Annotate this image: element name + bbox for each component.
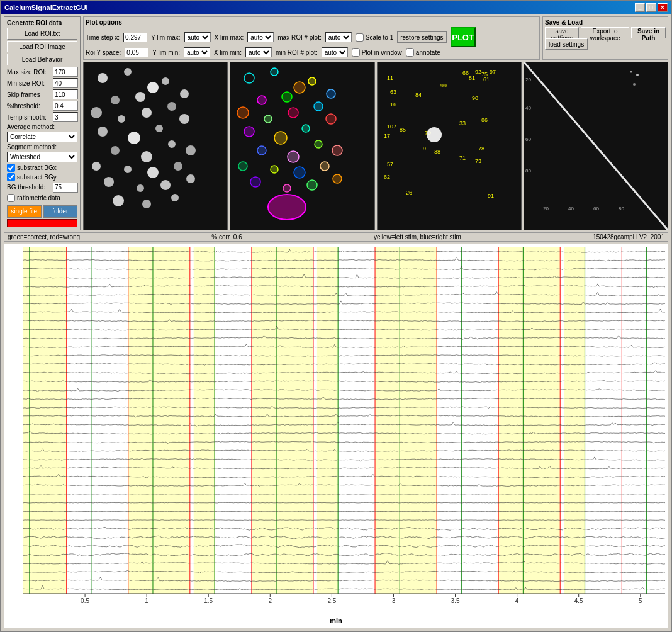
red-bar — [7, 219, 77, 227]
min-roi-plot-label: min ROI # plot: — [276, 49, 318, 56]
segment-method-label: Segment method: — [7, 144, 77, 150]
y-axis-60: 60 — [525, 137, 531, 142]
save-settings-button[interactable]: save settings — [545, 27, 579, 38]
substract-bgx-checkbox[interactable] — [7, 164, 15, 172]
svg-point-38 — [308, 77, 316, 85]
avg-method-select[interactable]: Correlate — [7, 132, 77, 142]
bg-threshold-label: BG threshold: — [7, 184, 51, 191]
svg-rect-61 — [378, 62, 521, 230]
plot-button[interactable]: PLOT — [451, 27, 476, 47]
load-behavior-button[interactable]: Load Behavior — [7, 54, 77, 65]
save-load-panel: Save & Load save settings Export to work… — [542, 16, 668, 60]
export-workspace-button[interactable]: Export to workspace — [581, 27, 629, 38]
temp-smooth-input[interactable] — [53, 112, 78, 122]
svg-point-35 — [294, 82, 305, 93]
max-size-roi-row: Max size ROI: — [7, 67, 77, 77]
y-axis-20: 20 — [525, 77, 531, 82]
right-main: Plot options Time step x: Y lim max: aut… — [83, 16, 668, 230]
substract-bgy-checkbox[interactable] — [7, 173, 15, 181]
svg-point-49 — [288, 151, 299, 162]
pct-corr-value: 0.6 — [233, 234, 242, 240]
svg-point-20 — [92, 162, 101, 171]
skip-frames-input[interactable] — [53, 89, 78, 99]
y-lim-max-label: Y lim max: — [151, 34, 181, 41]
y-axis-80: 80 — [525, 168, 531, 174]
pct-threshold-label: %threshold: — [7, 103, 51, 110]
y-lim-min-select[interactable]: auto — [184, 47, 210, 57]
correlation-matrix-svg: 20 40 60 80 20 40 60 80 — [524, 62, 668, 230]
svg-point-36 — [257, 96, 266, 104]
plot-in-label: Plot in — [362, 49, 379, 56]
substract-bgy-label: substract BGy — [17, 174, 57, 181]
load-settings-button[interactable]: load settings — [545, 38, 588, 50]
ratiometric-checkbox[interactable] — [7, 194, 15, 202]
roi-92: 92 — [475, 69, 481, 75]
bottom-chart-panel: 0.511.522.533.544.55 min — [4, 244, 668, 628]
roi-63: 63 — [390, 89, 396, 95]
svg-point-67 — [633, 83, 636, 86]
roi-97: 97 — [490, 69, 496, 75]
load-roi-txt-button[interactable]: Load ROI.txt — [7, 28, 77, 40]
svg-rect-70 — [128, 247, 190, 594]
temp-smooth-row: Temp smooth: — [7, 112, 77, 122]
svg-point-26 — [160, 180, 171, 190]
maximize-button[interactable]: □ — [646, 3, 656, 12]
save-in-path-button[interactable]: Save in Path — [631, 27, 666, 38]
generate-roi-label: Generate ROI data — [7, 20, 77, 26]
svg-point-62 — [427, 127, 442, 142]
roi-y-space-input[interactable] — [125, 48, 148, 57]
min-roi-plot-select[interactable]: auto — [322, 47, 348, 57]
plot-options-row1: Time step x: Y lim max: auto X lim max: … — [86, 27, 537, 47]
max-size-roi-input[interactable] — [53, 67, 78, 77]
svg-point-21 — [124, 166, 132, 173]
roi-99: 99 — [440, 82, 447, 89]
svg-point-50 — [315, 140, 322, 148]
svg-point-18 — [168, 140, 176, 148]
pct-threshold-input[interactable] — [53, 101, 78, 111]
annotate-checkbox[interactable] — [406, 48, 414, 57]
roi-overlay-panel — [230, 62, 374, 230]
svg-rect-72 — [252, 247, 313, 594]
svg-point-58 — [307, 180, 317, 190]
svg-point-1 — [98, 73, 108, 83]
numbered-roi-panel: 66 92 75 81 61 97 11 63 16 84 99 90 — [377, 62, 522, 230]
svg-point-24 — [104, 177, 114, 187]
svg-point-28 — [113, 195, 124, 206]
svg-point-40 — [237, 107, 249, 118]
svg-point-22 — [147, 167, 159, 178]
segment-method-select[interactable]: Watershed — [7, 152, 77, 162]
svg-point-17 — [141, 151, 152, 162]
svg-point-41 — [264, 115, 272, 123]
main-content: Generate ROI data Load ROI.txt Load ROI … — [1, 14, 671, 631]
restore-settings-button[interactable]: restore settings — [397, 31, 446, 43]
x-axis-20: 20 — [543, 206, 549, 212]
folder-button[interactable]: folder — [43, 205, 78, 218]
plot-in-checkbox[interactable] — [352, 48, 360, 57]
load-roi-image-button[interactable]: Load ROI Image — [7, 41, 77, 53]
roi-81: 81 — [469, 75, 475, 81]
min-size-roi-input[interactable] — [53, 78, 78, 88]
y-lim-min-label: Y lim min: — [152, 49, 180, 56]
svg-point-45 — [274, 132, 287, 144]
time-step-input[interactable] — [123, 33, 147, 42]
roi-85: 85 — [400, 127, 406, 133]
svg-point-53 — [271, 166, 278, 173]
close-button[interactable]: ✕ — [658, 3, 668, 12]
svg-text:3: 3 — [392, 597, 396, 604]
bg-threshold-input[interactable] — [53, 183, 78, 193]
substract-bgy-row: substract BGy — [7, 173, 77, 181]
minimize-button[interactable]: _ — [635, 3, 645, 12]
x-lim-max-select[interactable]: auto — [247, 32, 274, 42]
max-roi-plot-select[interactable]: auto — [325, 32, 352, 42]
roi-90: 90 — [472, 95, 478, 101]
x-lim-min-select[interactable]: auto — [245, 47, 272, 57]
y-lim-max-select[interactable]: auto — [184, 32, 211, 42]
roi-y-space-label: Roi Y space: — [86, 49, 121, 56]
status-green-red: green=correct, red=wrong — [8, 234, 80, 240]
svg-point-57 — [283, 184, 291, 192]
plot-in-row: Plot in window — [352, 48, 402, 57]
scale-to-1-checkbox[interactable] — [356, 33, 364, 42]
svg-point-14 — [155, 125, 163, 132]
min-size-roi-row: Min size ROI: — [7, 78, 77, 88]
single-file-button[interactable]: single file — [7, 205, 42, 218]
